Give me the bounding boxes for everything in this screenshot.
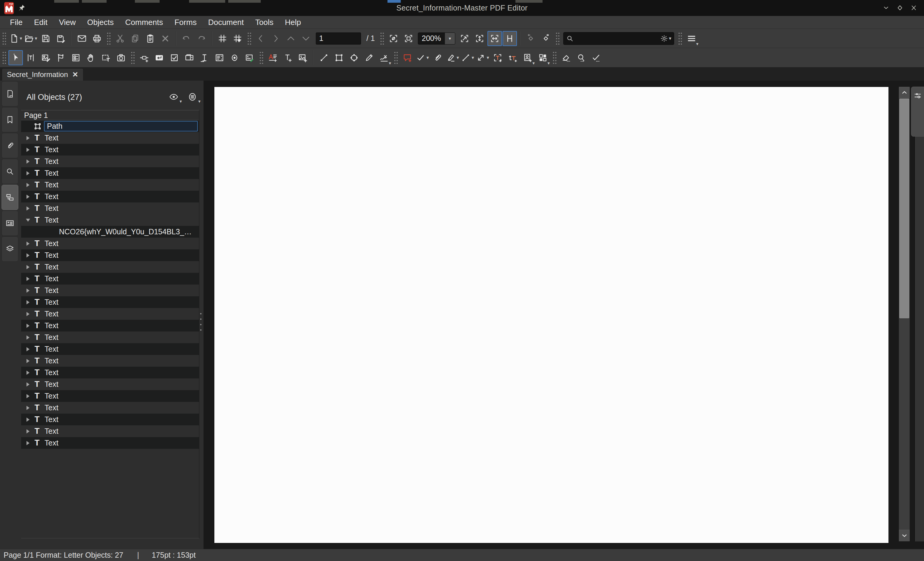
search-box[interactable]: ▾	[563, 32, 674, 45]
cut-button[interactable]	[113, 31, 128, 46]
expand-icon[interactable]	[24, 202, 32, 214]
check-annotation-button[interactable]: ▾	[415, 50, 430, 65]
object-row-text[interactable]: TText	[21, 437, 199, 449]
sidebar-signatures[interactable]	[2, 211, 18, 236]
sidebar-layers[interactable]	[2, 236, 18, 262]
fit-height-button[interactable]	[502, 31, 517, 46]
sidebar-search[interactable]	[2, 159, 18, 184]
window-minimize-button[interactable]	[881, 3, 891, 13]
menu-comments[interactable]: Comments	[120, 16, 169, 29]
page-group-row[interactable]: Page 1	[21, 111, 199, 120]
expand-icon[interactable]	[24, 378, 32, 390]
expand-icon[interactable]	[24, 320, 32, 332]
object-row-text[interactable]: TText	[21, 378, 199, 390]
rectangle-tool-button[interactable]	[332, 50, 346, 65]
expand-icon[interactable]	[24, 273, 32, 284]
hand-tool-button[interactable]	[84, 50, 98, 65]
expand-icon[interactable]	[24, 249, 32, 261]
object-row-text[interactable]: TText	[21, 179, 199, 191]
toolbar-drag-handle[interactable]	[555, 31, 560, 45]
print-button[interactable]	[90, 31, 104, 46]
sidebar-attachments[interactable]	[2, 133, 18, 158]
object-row-text[interactable]: TText	[21, 343, 199, 355]
menu-forms[interactable]: Forms	[169, 16, 202, 29]
toolbar-drag-handle[interactable]	[678, 31, 682, 45]
select-tool-button[interactable]	[8, 50, 23, 65]
image-grid-button[interactable]: ▾	[536, 50, 550, 65]
toolbar-drag-handle[interactable]	[380, 31, 384, 45]
undo-button[interactable]	[179, 31, 194, 46]
object-row-text[interactable]: TText	[21, 320, 199, 332]
expand-icon[interactable]	[24, 179, 32, 191]
object-row-text[interactable]: TText	[21, 167, 199, 179]
expand-icon[interactable]	[24, 238, 32, 249]
edit-images-button[interactable]	[39, 50, 53, 65]
line-tool-button[interactable]	[317, 50, 331, 65]
add-image-button[interactable]	[296, 50, 310, 65]
expand-icon[interactable]	[24, 167, 32, 179]
toolbar-drag-handle[interactable]	[106, 31, 111, 45]
next-page-button[interactable]	[268, 31, 283, 46]
menu-objects[interactable]: Objects	[82, 16, 120, 29]
checkbox-field-button[interactable]	[167, 50, 182, 65]
page-number-input[interactable]	[316, 33, 361, 45]
expand-icon[interactable]	[24, 332, 32, 343]
menu-file[interactable]: File	[4, 16, 28, 29]
sign-document-button[interactable]: ▾	[377, 50, 392, 65]
selected-object-name-box[interactable]: Path	[44, 121, 198, 132]
expand-icon[interactable]	[24, 296, 32, 308]
text-box-annotation-button[interactable]	[490, 50, 505, 65]
object-row-text[interactable]: TText	[21, 402, 199, 414]
link-tool-button[interactable]	[137, 50, 152, 65]
object-row-text[interactable]: TText	[21, 249, 199, 261]
expand-icon[interactable]	[24, 390, 32, 402]
toolbar-drag-handle[interactable]	[259, 51, 264, 65]
expand-icon[interactable]	[24, 437, 32, 449]
sidebar-pages[interactable]	[2, 81, 18, 106]
copy-button[interactable]	[128, 31, 142, 46]
sticky-note-button[interactable]	[400, 50, 415, 65]
snapshot-button[interactable]	[114, 50, 128, 65]
expand-icon[interactable]	[24, 414, 32, 425]
fit-width-button[interactable]	[488, 31, 502, 46]
expand-icon[interactable]	[24, 343, 32, 355]
properties-panel-tab[interactable]	[911, 87, 924, 136]
scroll-down-button[interactable]	[899, 530, 909, 541]
ellipse-tool-button[interactable]	[347, 50, 361, 65]
scrollbar-thumb[interactable]	[899, 99, 909, 318]
expand-icon[interactable]	[24, 261, 32, 273]
add-text-button[interactable]	[266, 50, 280, 65]
sidebar-bookmarks[interactable]	[2, 107, 18, 132]
spell-check-button[interactable]	[589, 50, 603, 65]
sidebar-objects[interactable]	[2, 185, 18, 210]
select-text-button[interactable]	[99, 50, 113, 65]
previous-page-button[interactable]	[254, 31, 268, 46]
pdf-page[interactable]	[214, 87, 889, 543]
fit-visible-button[interactable]	[472, 31, 487, 46]
edit-text-button[interactable]	[24, 50, 38, 65]
highlight-text-button[interactable]: ▾	[445, 50, 460, 65]
object-row-text[interactable]: TText	[21, 214, 199, 226]
stamp-tool-button[interactable]: ▾	[520, 50, 535, 65]
toolbars-menu-button[interactable]: ▾	[684, 31, 699, 46]
text-field-button[interactable]	[197, 50, 212, 65]
object-row-text[interactable]: TText	[21, 261, 199, 273]
expand-icon[interactable]	[24, 425, 32, 437]
object-row-text[interactable]: TText	[21, 332, 199, 343]
toolbar-drag-handle[interactable]	[552, 51, 557, 65]
window-close-button[interactable]	[909, 3, 919, 13]
object-row-text[interactable]: TText	[21, 308, 199, 320]
signature-field-button[interactable]	[242, 50, 257, 65]
add-text-box-button[interactable]	[280, 50, 295, 65]
expand-icon[interactable]	[24, 132, 32, 144]
eraser-button[interactable]	[559, 50, 573, 65]
scroll-up-button[interactable]	[899, 87, 909, 98]
button-field-button[interactable]	[152, 50, 166, 65]
expand-icon[interactable]	[24, 156, 32, 167]
menu-help[interactable]: Help	[279, 16, 306, 29]
object-row-text[interactable]: TText	[21, 144, 199, 156]
object-row-text[interactable]: TText	[21, 191, 199, 202]
object-row-text[interactable]: TText	[21, 284, 199, 296]
save-as-button[interactable]	[54, 31, 68, 46]
object-row-text[interactable]: TText	[21, 355, 199, 367]
